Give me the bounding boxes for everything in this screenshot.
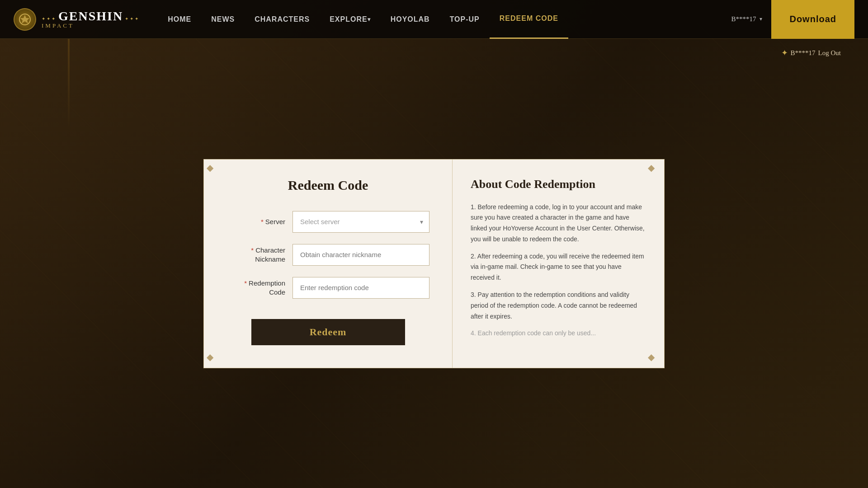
redemption-code-input[interactable] [292,277,429,299]
character-label: *CharacterNickname [226,246,285,263]
username-display: B****17 [731,15,756,23]
logo-stars-left: ✦✦✦ [42,17,57,21]
character-field-group: *CharacterNickname [226,244,429,266]
logo-stars-right: ✦✦✦ [125,17,140,21]
nav-hoyolab[interactable]: HoYoLAB [381,0,440,39]
redemption-field-group: *RedemptionCode [226,277,429,299]
modal-title: Redeem Code [288,178,368,193]
server-select[interactable]: Select server [292,211,429,233]
user-account[interactable]: B****17 ▾ [731,15,762,23]
download-button[interactable]: Download [771,0,854,39]
logo-icon [14,8,36,31]
about-point-2: 2. After redeeming a code, you will rece… [471,251,646,283]
redeem-form-panel: Redeem Code *Server Select server ▾ *Cha… [204,160,453,368]
nav-explore[interactable]: EXPLORE [320,0,380,39]
about-point-3: 3. Pay attention to the redemption condi… [471,290,646,322]
nav-topup[interactable]: TOP-UP [440,0,490,39]
server-field-group: *Server Select server ▾ [226,211,429,233]
star-icon: ✦ [781,48,788,58]
server-required: * [261,218,264,225]
nav-links: HOME NEWS CHARACTERS EXPLORE HoYoLAB TOP… [158,0,731,39]
user-dropdown-arrow: ▾ [760,16,762,23]
nav-redeem-code[interactable]: REDEEM CODE [490,0,568,39]
server-select-wrapper: Select server ▾ [292,211,429,233]
character-required: * [251,246,254,254]
server-label: *Server [226,217,285,226]
character-nickname-input[interactable] [292,244,429,266]
logout-link[interactable]: Log Out [818,49,841,57]
redemption-required: * [244,279,247,287]
logout-username: B****17 [791,49,816,57]
redeem-button[interactable]: Redeem [251,319,405,345]
navbar: ✦✦✦ Genshin ✦✦✦ IMPACT HOME NEWS CHARACT… [0,0,868,39]
main-content: ✦ B****17 Log Out ◆ ◆ ◆ ◆ Redeem Code *S… [0,39,868,488]
nav-right: B****17 ▾ Download [731,0,854,39]
nav-characters[interactable]: CHARACTERS [245,0,320,39]
about-text: 1. Before redeeming a code, log in to yo… [471,202,646,339]
about-point-4: 4. Each redemption code can only be used… [471,328,646,339]
about-point-1: 1. Before redeeming a code, log in to yo… [471,202,646,245]
user-logout-area: ✦ B****17 Log Out [781,48,841,58]
logo-sub-text: IMPACT [42,23,140,28]
redemption-label: *RedemptionCode [226,279,285,296]
nav-home[interactable]: HOME [158,0,201,39]
redeem-code-modal: ◆ ◆ ◆ ◆ Redeem Code *Server Select serve… [203,159,665,368]
logo-main-text: Genshin [58,10,123,23]
logo-text: ✦✦✦ Genshin ✦✦✦ IMPACT [42,10,140,28]
nav-news[interactable]: NEWS [201,0,245,39]
logo[interactable]: ✦✦✦ Genshin ✦✦✦ IMPACT [14,8,140,31]
corner-bottom-left: ◆ [207,352,220,365]
about-panel: About Code Redemption 1. Before redeemin… [453,160,664,367]
corner-top-left: ◆ [207,162,220,176]
about-title: About Code Redemption [471,178,646,191]
